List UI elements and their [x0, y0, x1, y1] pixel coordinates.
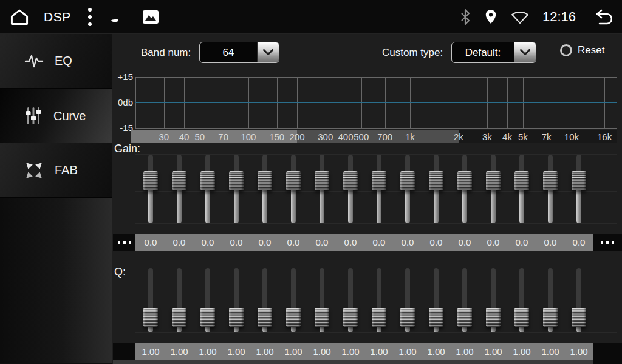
freq-tick-label: 30: [159, 130, 169, 143]
q-slider-handle[interactable]: [143, 308, 158, 327]
q-label: Q:: [114, 266, 126, 278]
q-value: 1.00: [256, 343, 273, 360]
gain-slider-handle[interactable]: [315, 171, 329, 190]
freq-tick-label: 200: [289, 130, 304, 143]
freq-tick-label: 5k: [518, 130, 528, 143]
freq-tick-label: 40: [179, 130, 190, 143]
gain-slider-handle[interactable]: [543, 171, 558, 190]
freq-tick-label: 16k: [597, 130, 612, 143]
clover-apps-icon[interactable]: [111, 9, 126, 24]
gain-slider-handle[interactable]: [457, 171, 472, 190]
eq-curve-line: [135, 102, 617, 103]
q-bottom-bar: [113, 360, 593, 364]
more-dot-icon: [606, 241, 609, 244]
bluetooth-icon: [460, 8, 471, 25]
custom-type-value: Default:: [452, 42, 514, 62]
freq-tick-label: 10k: [564, 130, 579, 143]
freq-tick-label: 100: [241, 130, 256, 143]
db-tick-label: 0db: [113, 98, 133, 107]
gain-slider-handle[interactable]: [143, 171, 158, 190]
eq-waveform-icon: [24, 53, 44, 70]
gain-value: 0.0: [430, 234, 443, 251]
gain-value-strip: 0.00.00.00.00.00.00.00.00.00.00.00.00.00…: [135, 234, 593, 251]
fab-arrows-icon: [24, 161, 44, 180]
q-slider-handle[interactable]: [457, 308, 472, 327]
status-bar: DSP 12:16: [0, 0, 622, 34]
q-slider-handle[interactable]: [315, 308, 329, 327]
q-slider-handle[interactable]: [286, 308, 301, 327]
q-slider-handle[interactable]: [372, 308, 386, 327]
sidebar-item-fab[interactable]: FAB: [0, 143, 112, 198]
gain-slider-handle[interactable]: [172, 171, 186, 190]
gain-slider-handle[interactable]: [229, 171, 244, 190]
gain-slider-handle[interactable]: [429, 171, 443, 190]
gain-slider-handle[interactable]: [486, 171, 501, 190]
more-dot-icon: [118, 241, 120, 244]
reset-button[interactable]: Reset: [560, 44, 604, 56]
chevron-down-icon[interactable]: [257, 42, 279, 62]
freq-tick-label: 300: [318, 130, 333, 143]
q-value: 1.00: [513, 343, 530, 360]
db-tick-label: -15: [113, 123, 133, 133]
gain-slider-handle[interactable]: [200, 171, 215, 190]
menu-kebab-icon[interactable]: [87, 7, 93, 27]
q-value: 1.00: [199, 343, 216, 360]
q-slider-handle[interactable]: [200, 308, 215, 327]
gain-slider-handle[interactable]: [343, 171, 358, 190]
reset-radio-icon[interactable]: [560, 44, 572, 56]
custom-type-dropdown[interactable]: Default:: [451, 42, 536, 63]
gain-slider-handle[interactable]: [372, 171, 386, 190]
q-value: 1.00: [398, 343, 416, 360]
q-value: 1.00: [427, 343, 445, 360]
q-slider-handle[interactable]: [172, 308, 186, 327]
gain-value: 0.0: [344, 234, 357, 251]
q-value: 1.00: [313, 343, 330, 360]
q-slider-handle[interactable]: [572, 308, 586, 327]
sidebar-item-label: EQ: [55, 54, 72, 68]
clock: 12:16: [542, 9, 576, 25]
scroll-left-button[interactable]: [113, 234, 135, 251]
more-dot-icon: [123, 241, 126, 244]
sidebar-filler: [0, 198, 112, 363]
status-bar-right: 12:16: [446, 8, 612, 26]
gain-value: 0.0: [287, 234, 300, 251]
gain-slider-handle[interactable]: [400, 171, 415, 190]
q-slider-handle[interactable]: [429, 308, 443, 327]
freq-tick-label: 700: [377, 130, 392, 143]
scroll-right-button[interactable]: [593, 343, 622, 364]
back-icon[interactable]: [589, 8, 612, 26]
freq-tick-label: 150: [269, 130, 284, 143]
q-slider-handle[interactable]: [258, 308, 272, 327]
scroll-left-button[interactable]: [113, 343, 135, 360]
band-num-dropdown[interactable]: 64: [199, 42, 279, 63]
gain-slider-handle[interactable]: [258, 171, 272, 190]
gain-value: 0.0: [402, 234, 414, 251]
gain-value: 0.0: [544, 234, 557, 251]
gain-slider-handle[interactable]: [286, 171, 301, 190]
q-slider-handle[interactable]: [486, 308, 501, 327]
q-slider-handle[interactable]: [343, 308, 358, 327]
gain-value: 0.0: [516, 234, 528, 251]
sidebar-item-eq[interactable]: EQ: [0, 34, 112, 89]
home-icon[interactable]: [10, 8, 29, 26]
location-icon: [484, 8, 497, 25]
q-slider-handle[interactable]: [400, 308, 415, 327]
q-slider-handle[interactable]: [543, 308, 558, 327]
gain-slider-handle[interactable]: [572, 171, 586, 190]
gain-guide-line: [135, 223, 617, 224]
band-num-value: 64: [200, 42, 257, 62]
q-value: 1.00: [227, 343, 245, 360]
q-value: 1.00: [570, 343, 587, 360]
q-slider-handle[interactable]: [514, 308, 529, 327]
sidebar-item-curve[interactable]: Curve: [0, 89, 112, 143]
q-slider-handle[interactable]: [229, 308, 244, 327]
q-value: 1.00: [484, 343, 502, 360]
db-tick-label: +15: [113, 72, 133, 82]
curve-panel: Band num: 64 Custom type: Default: Reset…: [113, 34, 622, 364]
scroll-right-button[interactable]: [593, 234, 622, 251]
chevron-down-icon[interactable]: [514, 42, 536, 62]
gallery-icon[interactable]: [142, 10, 159, 24]
freq-tick-label: 3k: [482, 130, 492, 143]
gain-slider-handle[interactable]: [514, 171, 529, 190]
freq-tick-label: 400: [338, 130, 353, 143]
